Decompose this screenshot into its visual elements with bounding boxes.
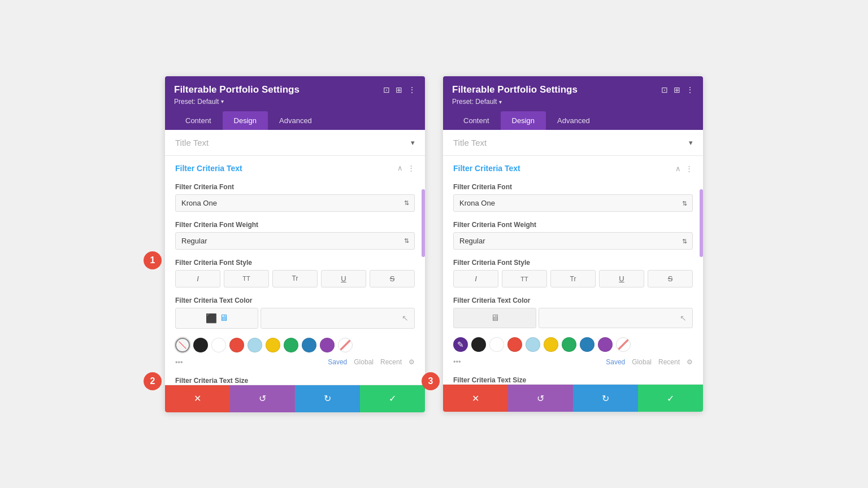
filter-section-title-right: Filter Criteria Text — [453, 164, 520, 173]
strikethrough-btn-left[interactable]: S — [370, 270, 415, 287]
swatch-white-right[interactable] — [489, 337, 504, 352]
weight-select-left[interactable]: Regular — [175, 232, 415, 250]
save-btn-right[interactable]: ✓ — [638, 385, 703, 412]
color-monitor-btn-right[interactable]: 🖥 — [453, 308, 536, 328]
capitalize-btn-left[interactable]: Tr — [272, 270, 318, 287]
title-section-right[interactable]: Title Text ▾ — [443, 130, 703, 156]
filter-collapse-icon-left[interactable]: ∧ — [397, 164, 403, 172]
undo-btn-right[interactable]: ↺ — [508, 385, 573, 412]
color-tab-recent-left[interactable]: Recent — [380, 358, 402, 366]
preset-arrow-left[interactable]: ▾ — [221, 98, 224, 104]
underline-btn-left[interactable]: U — [321, 270, 366, 287]
eyedropper-btn-right[interactable]: ✎ — [453, 337, 468, 352]
weight-setting-right: Filter Criteria Font Weight Regular ⇅ — [443, 216, 703, 254]
swatches-row-left — [165, 338, 425, 356]
tab-content-left[interactable]: Content — [174, 111, 223, 130]
swatch-yellow-left[interactable] — [266, 338, 280, 352]
swatch-lightblue-right[interactable] — [526, 337, 540, 352]
swatch-purple-right[interactable] — [598, 337, 613, 352]
color-tab-global-left[interactable]: Global — [354, 358, 374, 366]
bottom-bar-left: ✕ ↺ ↻ ✓ — [165, 385, 425, 412]
color-cursor-area-right[interactable]: ↖ — [539, 308, 693, 328]
color-dots-right[interactable]: ••• — [453, 358, 461, 366]
cancel-btn-right[interactable]: ✕ — [443, 385, 508, 412]
style-setting-right: Filter Criteria Font Style I TT Tr U S — [443, 254, 703, 292]
scrollbar-right[interactable] — [700, 189, 703, 257]
bottom-bar-right: ✕ ↺ ↻ ✓ — [443, 385, 703, 412]
font-label-left: Filter Criteria Font — [175, 183, 415, 191]
swatch-yellow-right[interactable] — [544, 337, 558, 352]
swatch-black-right[interactable] — [471, 337, 486, 352]
filter-more-icon-left[interactable]: ⋮ — [407, 164, 415, 172]
tab-advanced-left[interactable]: Advanced — [268, 111, 323, 130]
uppercase-btn-right[interactable]: TT — [502, 270, 547, 287]
cursor-icon-right: ↖ — [680, 313, 687, 323]
monitor-icon-left: ⬛ — [206, 313, 217, 324]
filter-collapse-icon-right[interactable]: ∧ — [675, 164, 681, 173]
italic-btn-right[interactable]: I — [453, 270, 498, 287]
color-cursor-area-left[interactable]: ↖ — [261, 308, 415, 329]
font-setting-right: Filter Criteria Font Krona One ⇅ — [443, 178, 703, 216]
swatch-black-left[interactable] — [193, 338, 208, 352]
capitalize-btn-right[interactable]: Tr — [550, 270, 596, 287]
swatch-red-right[interactable] — [507, 337, 522, 352]
badge-number-3: 3 — [422, 372, 440, 390]
header-icons-left: ⊡ ⊞ ⋮ — [383, 85, 416, 94]
focus-icon-left[interactable]: ⊡ — [383, 85, 390, 94]
focus-icon-right[interactable]: ⊡ — [661, 85, 668, 94]
color-gear-right[interactable]: ⚙ — [687, 358, 693, 366]
swatch-lightblue-left[interactable] — [248, 338, 262, 352]
more-icon-left[interactable]: ⋮ — [408, 85, 416, 94]
swatch-transparent-left[interactable] — [175, 338, 190, 352]
undo-btn-left[interactable]: ↺ — [230, 385, 295, 412]
more-icon-right[interactable]: ⋮ — [686, 85, 694, 94]
tab-design-right[interactable]: Design — [501, 111, 546, 130]
swatch-white-left[interactable] — [211, 338, 226, 352]
panel-body-right: Title Text ▾ Filter Criteria Text ∧ ⋮ Fi… — [443, 130, 703, 385]
font-select-right[interactable]: Krona One — [453, 194, 693, 212]
swatch-red-left[interactable] — [229, 338, 244, 352]
redo-btn-right[interactable]: ↻ — [573, 385, 638, 412]
color-monitor-btn-left[interactable]: ⬛ 🖥 — [175, 308, 258, 329]
tab-advanced-right[interactable]: Advanced — [546, 111, 601, 130]
swatch-slash-right[interactable] — [616, 337, 631, 352]
color-gear-left[interactable]: ⚙ — [409, 358, 415, 366]
weight-label-right: Filter Criteria Font Weight — [453, 221, 693, 229]
color-dots-left[interactable]: ••• — [175, 358, 183, 367]
save-btn-left[interactable]: ✓ — [360, 385, 425, 412]
font-label-right: Filter Criteria Font — [453, 183, 693, 191]
tab-content-right[interactable]: Content — [452, 111, 501, 130]
swatch-blue-left[interactable] — [302, 338, 316, 352]
font-select-left[interactable]: Krona One — [175, 194, 415, 212]
title-section-left[interactable]: Title Text ▾ — [165, 130, 425, 156]
weight-select-right[interactable]: Regular — [453, 232, 693, 250]
panel-title-right: Filterable Portfolio Settings — [452, 84, 578, 95]
monitor-icon-display-left: 🖥 — [219, 313, 228, 323]
swatch-purple-left[interactable] — [320, 338, 335, 352]
layout-icon-right[interactable]: ⊞ — [674, 85, 680, 94]
tab-design-left[interactable]: Design — [223, 111, 268, 130]
swatch-slash-left[interactable] — [338, 338, 353, 352]
title-section-label-right: Title Text — [453, 138, 487, 147]
filter-section-title-left: Filter Criteria Text — [175, 164, 242, 173]
color-tabs-row-right: ••• Saved Global Recent ⚙ — [443, 355, 703, 372]
color-tab-recent-right[interactable]: Recent — [658, 358, 680, 366]
filter-more-icon-right[interactable]: ⋮ — [685, 164, 693, 173]
preset-row-left: Preset: Default ▾ — [174, 98, 416, 106]
swatch-blue-right[interactable] — [580, 337, 594, 352]
strikethrough-btn-right[interactable]: S — [648, 270, 693, 287]
underline-btn-right[interactable]: U — [599, 270, 644, 287]
scrollbar-left[interactable] — [422, 189, 425, 257]
italic-btn-left[interactable]: I — [175, 270, 220, 287]
preset-arrow-right[interactable]: ▾ — [499, 99, 502, 105]
color-tab-saved-right[interactable]: Saved — [606, 358, 625, 366]
layout-icon-left[interactable]: ⊞ — [396, 85, 402, 94]
swatch-green-right[interactable] — [562, 337, 576, 352]
tabs-right: Content Design Advanced — [452, 111, 694, 130]
color-tab-global-right[interactable]: Global — [632, 358, 652, 366]
color-tab-saved-left[interactable]: Saved — [328, 358, 347, 366]
swatch-green-left[interactable] — [284, 338, 298, 352]
cancel-btn-left[interactable]: ✕ — [165, 385, 230, 412]
redo-btn-left[interactable]: ↻ — [295, 385, 360, 412]
uppercase-btn-left[interactable]: TT — [224, 270, 269, 287]
